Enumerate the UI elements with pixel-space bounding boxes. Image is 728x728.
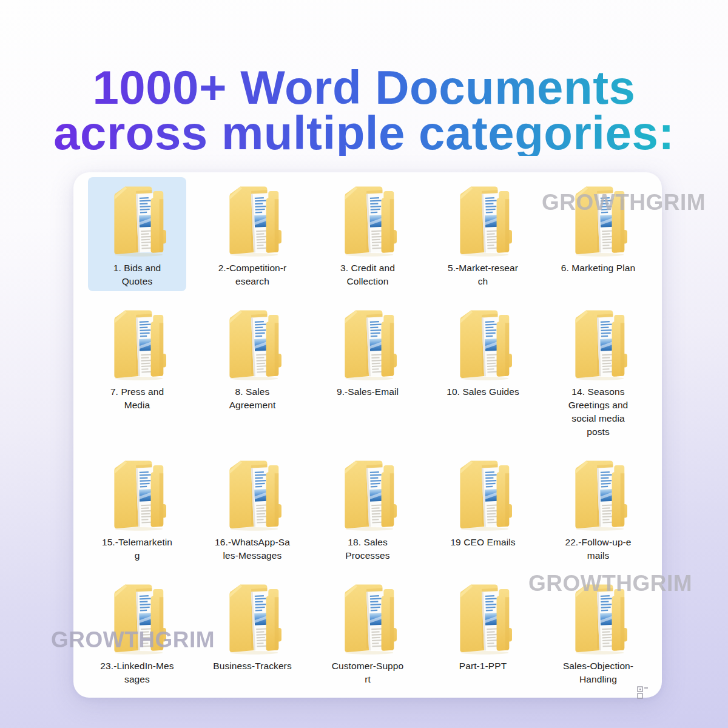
folder-label: 16.-WhatsApp-Sa les-Messages <box>215 536 290 562</box>
folder-tile-box: 22.-Follow-up-e mails <box>549 451 647 565</box>
folder-label: 9.-Sales-Email <box>337 385 399 399</box>
folder-icon <box>107 306 167 382</box>
folder-icon <box>568 182 628 258</box>
folder-icon <box>338 182 397 258</box>
folder-item-5[interactable]: 6. Marketing Plan <box>541 177 656 291</box>
folder-tile-box: 2.-Competition-r esearch <box>203 177 302 291</box>
folder-label: 10. Sales Guides <box>447 385 519 399</box>
folder-tile-box: 8. Sales Agreement <box>203 301 302 415</box>
folder-explorer-card: 1. Bids and Quotes 2.-Competition-r esea… <box>73 172 662 698</box>
folder-item-3[interactable]: 3. Credit and Collection <box>310 177 425 291</box>
folder-label: 22.-Follow-up-e mails <box>565 536 631 562</box>
folder-tile-box: 19 CEO Emails <box>434 451 532 552</box>
folder-icon <box>453 456 513 533</box>
folder-label: 18. Sales Processes <box>345 536 389 562</box>
folder-tile-box: Sales-Objection- Handling <box>549 575 647 689</box>
folder-item-4[interactable]: 5.-Market-resear ch <box>425 177 541 291</box>
folder-item-10[interactable]: 14. Seasons Greetings and social media p… <box>541 301 656 442</box>
folder-item-12[interactable]: 16.-WhatsApp-Sa les-Messages <box>195 451 310 565</box>
folder-label: 7. Press and Media <box>110 385 164 412</box>
folder-tile-box: 16.-WhatsApp-Sa les-Messages <box>203 451 302 565</box>
folder-item-8[interactable]: 9.-Sales-Email <box>310 301 425 442</box>
folder-label: 23.-LinkedIn-Mes sages <box>100 659 174 686</box>
folder-icon <box>223 306 282 382</box>
folder-label: Customer-Suppo rt <box>332 659 404 686</box>
folder-tile-box: 3. Credit and Collection <box>318 177 417 291</box>
folder-icon <box>453 580 513 656</box>
page-title: 1000+ Word Documentsacross multiple cate… <box>0 65 728 156</box>
folder-label: Business-Trackers <box>213 659 291 673</box>
folder-item-16[interactable]: 23.-LinkedIn-Mes sages <box>79 575 195 689</box>
folder-tile-box: 10. Sales Guides <box>434 301 532 402</box>
folder-item-17[interactable]: Business-Trackers <box>195 575 310 689</box>
folder-item-11[interactable]: 15.-Telemarketin g <box>79 451 195 565</box>
folder-tile-box: Business-Trackers <box>203 575 302 676</box>
folder-item-15[interactable]: 22.-Follow-up-e mails <box>541 451 656 565</box>
folder-tile-box: 18. Sales Processes <box>318 451 417 565</box>
folder-item-9[interactable]: 10. Sales Guides <box>425 301 541 442</box>
folder-label: 1. Bids and Quotes <box>113 261 161 288</box>
folder-icon <box>223 182 282 258</box>
folder-label: 6. Marketing Plan <box>561 261 635 275</box>
folder-tile-box: 23.-LinkedIn-Mes sages <box>88 575 186 689</box>
folder-tile-box: Part-1-PPT <box>434 575 532 676</box>
folder-label: 5.-Market-resear ch <box>448 261 518 288</box>
folder-item-14[interactable]: 19 CEO Emails <box>425 451 541 565</box>
folder-item-19[interactable]: Part-1-PPT <box>425 575 541 689</box>
folder-item-7[interactable]: 8. Sales Agreement <box>195 301 310 442</box>
folder-tile-box: 7. Press and Media <box>88 301 186 415</box>
folder-icon <box>338 306 397 382</box>
folder-tile-box: 15.-Telemarketin g <box>88 451 186 565</box>
folder-tile-box: 1. Bids and Quotes <box>88 177 186 291</box>
folder-icon <box>107 456 167 533</box>
folder-icon <box>338 580 397 656</box>
folder-label: Sales-Objection- Handling <box>563 659 633 686</box>
folder-icon <box>453 182 513 258</box>
folder-item-2[interactable]: 2.-Competition-r esearch <box>195 177 310 291</box>
folder-label: 19 CEO Emails <box>450 536 515 549</box>
folder-tile-box: 5.-Market-resear ch <box>434 177 532 291</box>
folder-label: 14. Seasons Greetings and social media p… <box>568 385 629 439</box>
folder-icon <box>453 306 513 382</box>
corner-logo-fragment <box>637 686 649 701</box>
folder-icon <box>338 456 397 533</box>
folder-item-6[interactable]: 7. Press and Media <box>79 301 195 442</box>
folder-item-13[interactable]: 18. Sales Processes <box>310 451 425 565</box>
folder-grid: 1. Bids and Quotes 2.-Competition-r esea… <box>73 172 662 700</box>
folder-tile-box: 14. Seasons Greetings and social media p… <box>549 301 647 442</box>
folder-tile-box: 6. Marketing Plan <box>549 177 647 278</box>
folder-icon <box>568 456 628 533</box>
folder-label: Part-1-PPT <box>459 659 507 673</box>
folder-icon <box>568 306 628 382</box>
folder-item-1[interactable]: 1. Bids and Quotes <box>79 177 195 291</box>
folder-icon <box>107 182 167 258</box>
folder-icon <box>107 580 167 656</box>
folder-label: 2.-Competition-r esearch <box>218 261 287 288</box>
folder-item-18[interactable]: Customer-Suppo rt <box>310 575 425 689</box>
folder-item-20[interactable]: Sales-Objection- Handling <box>541 575 656 689</box>
folder-label: 15.-Telemarketin g <box>102 536 172 562</box>
folder-label: 8. Sales Agreement <box>229 385 276 412</box>
page-title-line2: across multiple categories: <box>53 106 675 160</box>
folder-icon <box>223 580 282 656</box>
folder-tile-box: 9.-Sales-Email <box>318 301 417 402</box>
page-background: 1000+ Word Documentsacross multiple cate… <box>0 0 728 728</box>
folder-label: 3. Credit and Collection <box>340 261 395 288</box>
folder-icon <box>223 456 282 533</box>
folder-tile-box: Customer-Suppo rt <box>318 575 417 689</box>
folder-icon <box>568 580 628 656</box>
